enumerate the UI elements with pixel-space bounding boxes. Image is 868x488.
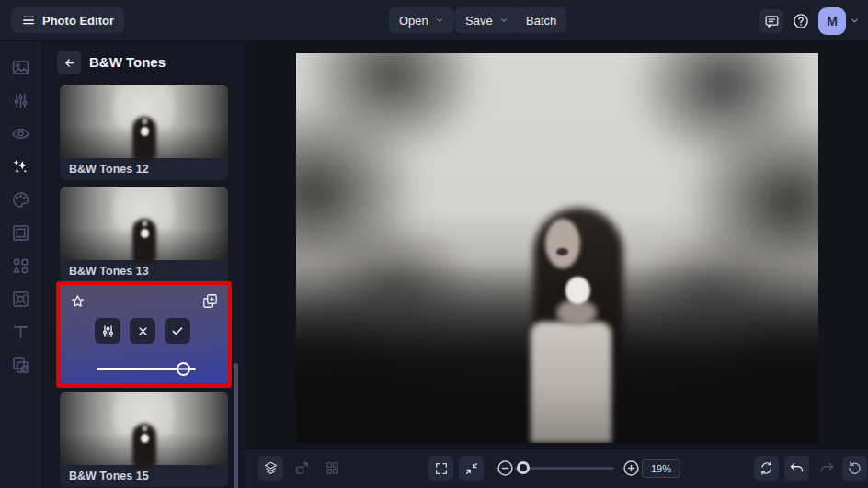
effect-thumbnail <box>60 187 228 260</box>
chevron-down-icon <box>499 16 508 25</box>
redo-icon <box>819 460 835 476</box>
sidebar-item-textures[interactable] <box>11 356 30 375</box>
redo-button[interactable] <box>815 456 839 481</box>
fullscreen-icon <box>434 461 449 476</box>
help-icon <box>792 12 810 30</box>
frame-icon <box>11 223 30 243</box>
adjust-sliders-icon <box>100 323 116 339</box>
x-icon <box>136 324 150 338</box>
grid-view-button[interactable] <box>320 456 345 481</box>
photo-girl-dress <box>531 322 611 443</box>
zoom-in-button[interactable] <box>619 456 644 481</box>
effects-panel: B&W Tones B&W Tones 12 B&W Tones 13 <box>41 41 246 488</box>
favorite-star-icon[interactable] <box>69 293 86 311</box>
transform-button[interactable] <box>290 456 314 481</box>
eye-icon <box>11 124 30 143</box>
panel-scrollbar[interactable] <box>234 363 238 488</box>
sidebar-item-edit[interactable] <box>11 91 30 110</box>
app-title: Photo Editor <box>42 14 114 28</box>
zoom-slider[interactable] <box>515 461 614 475</box>
sidebar-item-text[interactable] <box>11 323 30 342</box>
effect-card-bw-tones-15[interactable]: B&W Tones 15 <box>60 392 228 487</box>
chevron-down-icon <box>435 16 444 25</box>
transform-icon <box>294 460 310 476</box>
zoom-level-display[interactable]: 19% <box>642 459 680 478</box>
photo-girl-mouth <box>556 248 568 255</box>
fullscreen-button[interactable] <box>428 456 453 481</box>
user-avatar[interactable]: M <box>818 7 846 35</box>
grid-icon <box>325 460 340 476</box>
sparkles-icon <box>11 157 30 176</box>
zoom-in-icon <box>622 459 641 478</box>
layers-button[interactable] <box>258 456 283 481</box>
text-icon <box>11 323 30 342</box>
effect-thumbnail <box>60 85 228 158</box>
canvas-image[interactable] <box>296 53 818 443</box>
bottom-toolbar: 19% <box>246 449 868 488</box>
sidebar-item-overlays[interactable] <box>11 289 30 309</box>
strength-slider-handle[interactable] <box>177 362 190 376</box>
photo-flower <box>565 277 590 304</box>
effect-strength-slider[interactable] <box>97 362 196 375</box>
hamburger-icon <box>21 13 36 28</box>
zoom-out-icon <box>496 459 515 478</box>
fit-screen-icon <box>464 461 479 476</box>
effect-card-label: B&W Tones 15 <box>60 465 228 487</box>
topbar: Photo Editor Open Save Batch M <box>0 0 868 41</box>
compare-refresh-button[interactable] <box>754 456 779 481</box>
sidebar-item-frames[interactable] <box>11 223 30 243</box>
open-button[interactable]: Open <box>389 7 454 33</box>
sidebar-item-artsy[interactable] <box>11 190 30 210</box>
check-icon <box>170 323 185 338</box>
zoom-out-button[interactable] <box>493 456 518 481</box>
undo-icon <box>789 460 805 476</box>
refresh-icon <box>759 460 774 476</box>
account-chevron-down-icon[interactable] <box>850 16 860 26</box>
textures-icon <box>11 356 30 375</box>
shapes-icon <box>11 256 30 276</box>
highlighted-effect-card[interactable] <box>56 281 232 388</box>
photo-girl-face <box>545 219 580 268</box>
undo-button[interactable] <box>784 456 809 481</box>
apply-effect-button[interactable] <box>165 318 190 344</box>
history-icon <box>847 460 862 476</box>
back-arrow-icon <box>63 56 76 70</box>
chat-icon <box>764 14 780 29</box>
batch-button[interactable]: Batch <box>516 7 566 33</box>
panel-title: B&W Tones <box>89 54 166 70</box>
sidebar-item-effects[interactable] <box>11 157 30 176</box>
help-button[interactable] <box>789 9 813 33</box>
layers-icon <box>263 460 279 476</box>
adjust-settings-button[interactable] <box>95 318 120 344</box>
photo-editor-app: Photo Editor Open Save Batch M <box>0 0 868 488</box>
fit-to-screen-button[interactable] <box>459 456 484 481</box>
image-icon <box>11 58 30 77</box>
effect-card-bw-tones-13[interactable]: B&W Tones 13 <box>60 187 228 282</box>
sidebar-item-image-manager[interactable] <box>11 58 30 77</box>
overlay-icon <box>11 289 30 309</box>
save-button[interactable]: Save <box>455 7 519 33</box>
zoom-slider-handle[interactable] <box>517 461 530 474</box>
tool-rail <box>0 41 41 488</box>
main-menu-button[interactable]: Photo Editor <box>11 7 124 33</box>
effect-card-label: B&W Tones 13 <box>60 260 228 282</box>
copy-settings-icon[interactable] <box>201 292 219 310</box>
palette-icon <box>11 190 30 210</box>
canvas-area <box>246 41 868 449</box>
effect-card-label: B&W Tones 12 <box>60 158 228 180</box>
zoom-slider-track <box>515 467 614 470</box>
effect-thumbnail <box>60 392 228 465</box>
sidebar-item-graphics[interactable] <box>11 256 30 276</box>
feedback-chat-button[interactable] <box>760 9 783 33</box>
effect-card-bw-tones-12[interactable]: B&W Tones 12 <box>60 85 228 180</box>
adjust-sliders-icon <box>11 91 30 110</box>
cancel-effect-button[interactable] <box>130 318 155 344</box>
back-button[interactable] <box>57 51 81 74</box>
reset-history-button[interactable] <box>842 456 867 481</box>
sidebar-item-touch-up[interactable] <box>11 124 30 143</box>
